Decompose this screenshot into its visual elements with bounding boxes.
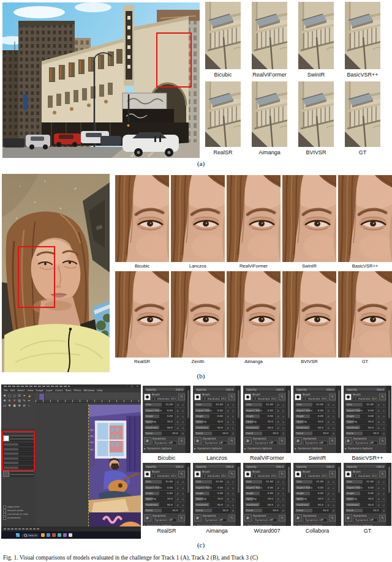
eye-crop-art [282,271,336,358]
taskbar-app-icon [58,533,61,537]
reset-icon: ↺ [176,408,180,413]
reset-icon: ↺ [281,508,285,512]
crop-tool-icon: ◢ [27,394,31,398]
slider-row: Size 31.00 ↺▫ [295,402,336,407]
reset-icon: ↺ [176,414,180,418]
eye-crop-art [227,175,281,262]
link-icon: ▫ [231,485,235,490]
link-icon: ▫ [181,496,185,501]
brush-thumbnail [295,471,301,478]
method-tile: SwinIR [282,175,336,269]
dynamics-row: Dynamics Dynamics Off ✎ [194,436,235,445]
opacity-label: Opacity [296,465,307,468]
smudge-tool-icon: ❀ [17,403,21,408]
menu-item: Windows [83,389,94,392]
method-tile: RealSR [205,81,241,155]
reset-icon: ↺ [326,503,331,507]
slider-row: Hardness 50.0 ↺▫ [194,502,235,507]
slider-row: Hardness 50.0 ↺▫ [244,502,285,507]
panel-scrollbar [236,386,241,453]
crop-image [298,2,334,69]
tool-options-dock [1,428,36,504]
crop-image [205,2,241,69]
slider-row: Angle 0.00 ↺▫ [345,414,386,419]
rect-select-icon: □ [7,394,12,398]
slider-row: Aspect Ratio 0.00 ↺▫ [144,485,185,490]
opacity-row: Opacity 100.0 [194,464,235,469]
edit-brush-icon: ✎ [228,394,235,400]
menu-item: View [28,389,34,392]
link-icon: ▫ [281,419,285,424]
theater-street-art [2,2,200,158]
menu-item: Select [17,389,24,392]
opacity-label: Opacity [347,388,357,391]
link-icon: ▫ [281,414,285,418]
taskbar-app-icon [52,533,56,537]
method-label: GT [344,528,391,534]
method-label: Bicubic [205,72,241,78]
link-icon: ▫ [281,485,285,490]
opacity-label: Opacity [296,388,307,391]
method-tile: GT [338,271,392,364]
dynamics-lines [10,471,34,477]
brush-name-entry: 2. Hardness 050 [252,397,277,401]
method-tile: Opacity 100.0 Brush 2. Hardness 050 ✎ Si… [344,463,391,534]
eraser-tool-icon: ▭ [2,403,7,408]
slider-row: Size 31.00 ↺▫ [244,479,285,484]
menu-item: Edit [10,389,15,392]
link-icon: ▫ [382,408,386,413]
opacity-label: Opacity [246,388,257,391]
dynamics-mini-row [3,471,34,477]
gimp-toolbox: ✚ □ ○ ☴ ✦ ◢ ✥ A ▼ ▨ ✎ ✒ ▭ ✺ ▣ ❀ ⇄ ⌕ [1,392,36,428]
method-label: RealSR [143,528,190,534]
method-tile: Opacity 100.0 Brush 2. Hardness 050 ✎ Si… [193,463,241,534]
tool-options-panel: Opacity 100.0 Brush 2. Hardness 050 ✎ Si… [293,463,337,526]
slider-row: Spacing 10.0 ↺▫ [345,496,386,501]
dynamics-options-row: ▶ Dynamics Options [194,523,235,526]
windows-start-icon [16,533,20,537]
link-icon: ▫ [181,402,185,407]
dynamics-options-row: ▶ Dynamics Options [194,446,235,451]
crop-image: Opacity 100.0 Brush 2. Hardness 050 ✎ Si… [243,463,291,526]
opacity-label: Opacity [146,388,156,391]
opacity-value: 100.0 [225,388,233,391]
brush-thumbnail [144,394,151,400]
reset-icon: ↺ [176,479,180,484]
method-tile: Opacity 100.0 Brush 2. Hardness 050 ✎ Si… [293,463,341,534]
link-icon: ▫ [231,479,235,484]
link-icon: ▫ [331,414,336,418]
reset-icon: ↺ [377,503,381,507]
expander-icon: ▶ [194,524,196,526]
panel-scrollbar [386,386,391,453]
panel-scrollbar [336,386,341,453]
slider-mini [3,466,34,470]
slider-row: Force 50.0 ↺ [144,508,185,513]
menu-item: Tools [66,389,72,392]
reset-icon: ↺ [176,419,180,424]
method-tile: BasicVSR++ [338,175,392,269]
clone-tool-icon: ▣ [12,403,17,408]
reset-icon: ↺ [226,503,230,507]
brush-thumbnail [194,471,201,478]
method-label: Zenith [171,359,225,364]
dynamics-entry: Dynamics Off [153,441,177,445]
brush-label: Brush [353,470,378,473]
edit-dynamics-icon: ✎ [379,438,386,444]
slider-row: Angle 0.00 ↺▫ [144,491,185,496]
expander-icon: ▶ [295,524,296,526]
reset-icon: ↺ [276,491,281,495]
opacity-row: Opacity 100.0 [345,387,386,392]
brush-label: Brush [252,470,277,473]
opacity-row: Opacity 100.0 [345,464,386,469]
dynamics-label: Dynamics [353,437,378,440]
ellipse-select-icon: ○ [12,394,17,398]
slider-row: Spacing 10.0 ↺▫ [144,496,185,501]
link-icon: ▫ [382,491,386,495]
method-tile: BVIVSR [282,271,336,364]
airbrush-tool-icon: ✺ [7,403,12,408]
brush-label: Brush [303,393,328,396]
building-crop-art [298,81,334,147]
edit-brush-icon: ✎ [329,471,336,478]
link-icon: ▫ [331,408,336,413]
slider-row: Aspect Ratio 0.00 ↺▫ [295,485,336,490]
